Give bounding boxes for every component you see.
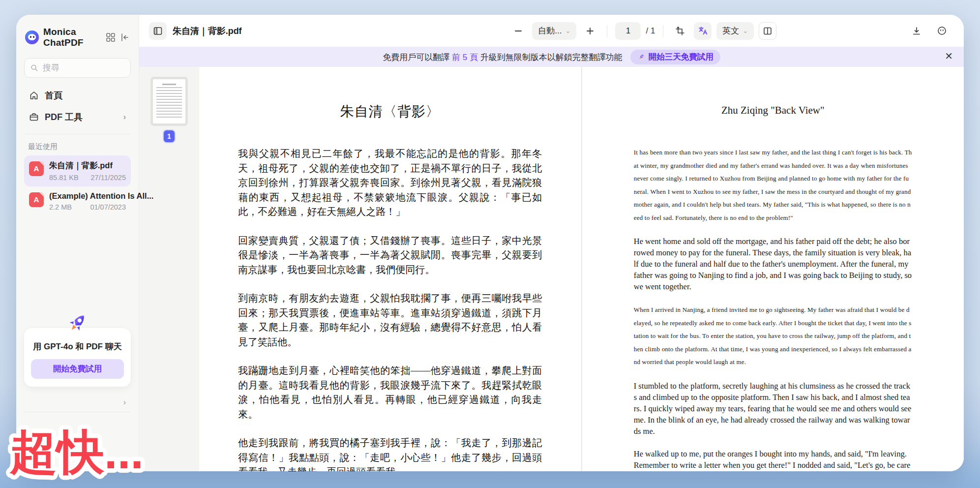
download-icon[interactable] (908, 22, 925, 40)
sidebar-item-label: PDF 工具 (45, 111, 83, 123)
original-paragraphs: 我與父親不相見已二年餘了，我最不能忘記的是他的背影。那年冬天，祖母死了，父親的差… (238, 147, 542, 471)
page-number-input[interactable]: 1 (615, 22, 641, 40)
paragraph: 到南京時，有朋友約去遊逛，父親怕我耽擱了事，便再三囑咐我早些回來；那天我買票後，… (238, 291, 542, 349)
toolbar: 朱自清｜背影.pdf 自動... ⌄ 1 / 1 (139, 15, 964, 47)
sidebar-item-home[interactable]: 首頁 (24, 85, 131, 106)
file-name: (Example) Attention Is All... (49, 191, 153, 200)
paragraph: 我蹣跚地走到月臺，心裡暗笑他的笨拙——他穿過鐵道，攀爬上對面的月臺。這時我看見他… (238, 364, 542, 422)
monica-logo-icon (25, 30, 39, 44)
close-banner-icon[interactable]: ✕ (945, 51, 953, 61)
start-trial-button[interactable]: 開始三天免費試用 (630, 50, 720, 64)
main-area: 朱自清｜背影.pdf 自動... ⌄ 1 / 1 (139, 15, 964, 471)
paragraph: I stumbled to the platform, secretly lau… (634, 380, 912, 437)
original-title: 朱自清〈背影〉 (238, 102, 542, 121)
brand-row: Monica ChatPDF (24, 27, 131, 48)
translated-title: Zhu Ziqing "Back View" (634, 104, 912, 117)
paragraph: He walked up to me, put the oranges I bo… (634, 448, 912, 472)
file-date: 01/07/2023 (90, 203, 126, 211)
pdf-file-icon (29, 161, 44, 176)
document-title: 朱自清｜背影.pdf (173, 25, 242, 37)
translated-paragraphs: It has been more than two years since I … (634, 146, 912, 471)
free-trial-button[interactable]: 開始免費試用 (31, 359, 124, 379)
file-date: 27/11/2025 (91, 174, 126, 182)
thumbnail-panel: 1 (139, 67, 199, 471)
pdf-file-icon (29, 192, 44, 207)
language-value: 英文 (722, 25, 739, 36)
search-icon (30, 63, 38, 72)
translated-page-pane[interactable]: Zhu Ziqing "Back View" It has been more … (582, 67, 964, 471)
toggle-thumbnails-icon[interactable] (149, 22, 167, 40)
paragraph: 回家變賣典質，父親還了債；又借錢辦了喪事。這些日子，家中光景很是慘淡，一半為著喪… (238, 234, 542, 277)
paragraph: 他走到我跟前，將我買的橘子塞到我手裡，說：「我走了，到那邊記得寫信！」我點點頭，… (238, 436, 542, 471)
file-size: 85.81 KB (49, 174, 79, 182)
sidebar-item-pdf-tools[interactable]: PDF 工具 › (24, 106, 131, 128)
divider (25, 134, 130, 134)
zoom-out-button[interactable] (509, 22, 527, 40)
banner-highlight: 前 5 頁 (452, 53, 478, 62)
divider (663, 25, 663, 37)
zoom-level-dropdown[interactable]: 自動... ⌄ (532, 22, 576, 40)
language-dropdown[interactable]: 英文 ⌄ (716, 22, 754, 40)
paragraph: He went home and sold off the mortgage, … (634, 236, 912, 292)
page-number-value: 1 (626, 26, 630, 36)
paragraph: 我與父親不相見已二年餘了，我最不能忘記的是他的背影。那年冬天，祖母死了，父親的差… (238, 147, 542, 219)
assistant-face-icon[interactable] (933, 22, 951, 40)
divider (607, 25, 607, 37)
recent-file-item[interactable]: 朱自清｜背影.pdf 85.81 KB 27/11/2025 (24, 155, 131, 186)
chevron-right-icon: › (123, 113, 126, 122)
recent-file-item[interactable]: (Example) Attention Is All... 2.2 MB 01/… (24, 186, 131, 216)
promo-title: 用 GPT-4o 和 PDF 聊天 (31, 341, 124, 352)
pdf-viewer: 朱自清〈背影〉 我與父親不相見已二年餘了，我最不能忘記的是他的背影。那年冬天，祖… (199, 67, 964, 471)
page-total: / 1 (646, 26, 655, 36)
zoom-in-button[interactable] (581, 22, 599, 40)
sidebar-item-label: 首頁 (45, 90, 62, 101)
recent-section-label: 最近使用 (24, 139, 131, 155)
banner-text: 免費用戶可以翻譯 前 5 頁 升級到無限制版本以解鎖完整翻譯功能 (383, 52, 622, 63)
collapsed-row[interactable]: › (24, 393, 131, 412)
briefcase-icon (29, 112, 39, 122)
two-column-layout-icon[interactable] (759, 22, 776, 40)
app-window: Monica ChatPDF 首頁 PDF 工具 › 最近使用 (16, 15, 964, 471)
zoom-level-value: 自動... (538, 25, 562, 36)
thumbnail-page-number: 1 (164, 130, 175, 142)
chevron-right-icon: › (123, 398, 126, 407)
page-thumbnail[interactable] (150, 77, 188, 126)
collapse-sidebar-icon[interactable] (120, 32, 130, 42)
chevron-down-icon: ⌄ (742, 27, 748, 34)
translate-icon[interactable] (694, 22, 712, 40)
search-field[interactable] (43, 63, 124, 73)
paragraph: When I arrived in Nanjing, a friend invi… (634, 304, 912, 369)
file-size: 2.2 MB (49, 203, 72, 211)
file-name: 朱自清｜背影.pdf (49, 161, 113, 170)
sidebar-bottom: 用 GPT-4o 和 PDF 聊天 開始免費試用 › (24, 309, 131, 471)
sidebar: Monica ChatPDF 首頁 PDF 工具 › 最近使用 (16, 15, 139, 471)
sidebar-nav: 首頁 PDF 工具 › (24, 85, 131, 128)
chevron-down-icon: ⌄ (565, 27, 571, 34)
start-trial-label: 開始三天免費試用 (649, 52, 713, 62)
paragraph: It has been more than two years since I … (634, 146, 912, 224)
rocket-icon (64, 309, 91, 336)
rocket-icon (637, 53, 645, 61)
crop-rotate-icon[interactable] (671, 22, 689, 40)
brand-name: Monica ChatPDF (43, 27, 101, 48)
promo-card: 用 GPT-4o 和 PDF 聊天 開始免費試用 (24, 328, 131, 387)
search-input[interactable] (24, 58, 131, 78)
upgrade-banner: 免費用戶可以翻譯 前 5 頁 升級到無限制版本以解鎖完整翻譯功能 開始三天免費試… (139, 47, 964, 67)
original-page-pane[interactable]: 朱自清〈背影〉 我與父親不相見已二年餘了，我最不能忘記的是他的背影。那年冬天，祖… (199, 67, 581, 471)
home-icon (29, 91, 39, 100)
apps-grid-icon[interactable] (106, 32, 116, 42)
content-area: 1 朱自清〈背影〉 我與父親不相見已二年餘了，我最不能忘記的是他的背影。那年冬天… (139, 67, 964, 471)
